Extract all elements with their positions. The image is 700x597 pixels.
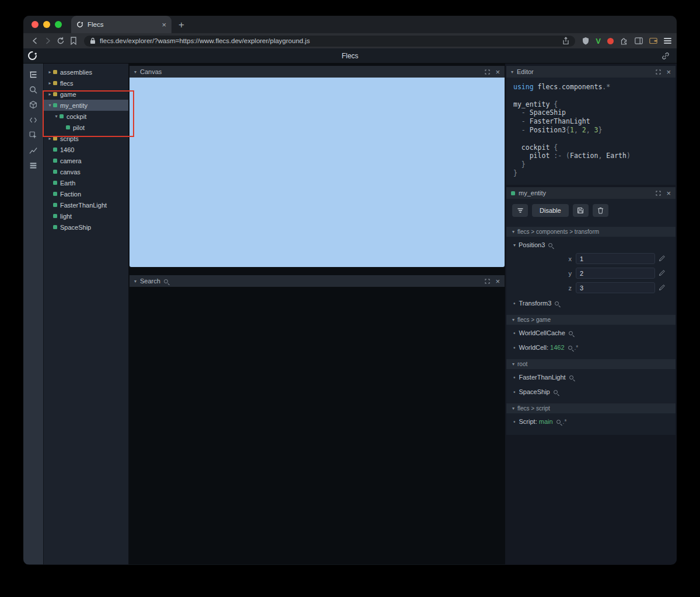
link-icon[interactable] (662, 52, 670, 60)
chevron-down-icon[interactable]: ▾ (511, 69, 513, 75)
tree-item-Faction[interactable]: Faction (44, 188, 128, 199)
tree-item-my_entity[interactable]: ▾my_entity (44, 100, 128, 111)
chevron-right-icon[interactable]: ▸ (47, 92, 53, 97)
v-extension-icon[interactable]: V (596, 37, 601, 45)
pencil-icon[interactable] (659, 255, 665, 262)
code-icon[interactable] (28, 115, 38, 125)
chevron-right-icon[interactable]: ▸ (47, 136, 53, 141)
chart-icon[interactable] (28, 145, 38, 156)
back-button[interactable] (29, 34, 41, 47)
bookmark-icon[interactable] (67, 34, 80, 47)
close-window-button[interactable] (32, 21, 38, 28)
expand-panel-icon[interactable] (656, 191, 661, 196)
tree-item-pilot[interactable]: pilot (44, 122, 128, 133)
new-tab-button[interactable]: + (178, 20, 184, 30)
close-panel-icon[interactable]: × (495, 278, 500, 285)
package-icon[interactable] (28, 100, 38, 110)
lock-icon (90, 37, 96, 44)
canvas-viewport[interactable] (130, 78, 505, 267)
reload-button[interactable] (54, 34, 67, 47)
inspect-icon[interactable] (28, 130, 38, 141)
disable-button[interactable]: Disable (532, 204, 569, 217)
chevron-down-icon[interactable]: ▾ (134, 279, 136, 284)
expand-panel-icon[interactable] (485, 69, 490, 75)
tree-item-label: canvas (60, 168, 80, 175)
component-row-SpaceShip[interactable]: •SpaceShip (506, 385, 676, 398)
chevron-right-icon[interactable]: ▸ (47, 69, 53, 75)
zoom-window-button[interactable] (55, 21, 62, 28)
tree-item-cockpit[interactable]: ▾cockpit (44, 111, 128, 122)
pencil-icon[interactable] (659, 270, 665, 276)
search-icon (556, 420, 561, 424)
list-icon[interactable] (28, 160, 38, 171)
tree-item-Earth[interactable]: Earth (44, 177, 128, 188)
puzzle-icon[interactable] (620, 37, 628, 45)
expand-panel-icon[interactable] (485, 279, 490, 284)
search-panel-header: ▾ Search × (130, 275, 505, 287)
tree-item-camera[interactable]: camera (44, 155, 128, 166)
forward-button[interactable] (41, 34, 54, 47)
component-row-WorldCellCache[interactable]: •WorldCellCache (506, 326, 676, 339)
component-row-WorldCell[interactable]: •WorldCell: 1462.* (506, 341, 676, 354)
tree-item-assemblies[interactable]: ▸assemblies (44, 66, 128, 78)
position3-z-input[interactable] (576, 282, 655, 293)
tree-item-label: 1460 (60, 146, 74, 153)
expand-panel-icon[interactable] (656, 69, 661, 75)
editor-panel-header: ▾ Editor × (506, 66, 676, 78)
search-icon[interactable] (28, 85, 38, 95)
position3-y-input[interactable] (576, 268, 655, 279)
filter-button[interactable] (512, 204, 528, 217)
browser-tab[interactable]: Flecs × (71, 16, 172, 33)
shield-icon[interactable] (579, 34, 592, 47)
code-line: cockpit { (513, 143, 668, 152)
component-row-Script[interactable]: •Script: main.* (506, 415, 676, 428)
extension-icons: V (596, 37, 671, 45)
tree-item-canvas[interactable]: canvas (44, 166, 128, 177)
component-row-Transform3[interactable]: •Transform3 (506, 297, 676, 310)
menu-icon[interactable] (664, 38, 671, 44)
tree-item-FasterThanLight[interactable]: FasterThanLight (44, 199, 128, 210)
chevron-down-icon: ▾ (513, 243, 516, 248)
tree-icon[interactable] (28, 69, 38, 80)
entity-square-icon (53, 192, 57, 196)
save-button[interactable] (573, 204, 589, 217)
tree-item-game[interactable]: ▸game (44, 89, 128, 100)
tree-item-flecs[interactable]: ▸flecs (44, 78, 128, 89)
entity-square-icon (53, 159, 57, 163)
entity-square-icon (60, 114, 64, 118)
inspector-section-header[interactable]: ▾flecs > script (506, 403, 676, 413)
tree-item-SpaceShip[interactable]: SpaceShip (44, 222, 128, 233)
chevron-down-icon[interactable]: ▾ (47, 103, 53, 108)
position3-x-input[interactable] (576, 253, 655, 264)
close-panel-icon[interactable]: × (666, 189, 671, 197)
field-label: x (506, 255, 572, 262)
code-editor[interactable]: using flecs.components.* my_entity { - S… (506, 78, 676, 185)
component-label: SpaceShip (519, 388, 550, 395)
sidebar-toggle-icon[interactable] (635, 37, 643, 44)
tree-item-light[interactable]: light (44, 210, 128, 222)
red-extension-icon[interactable] (607, 38, 614, 44)
minimize-window-button[interactable] (43, 21, 50, 28)
component-row-Position3[interactable]: ▾Position3 (506, 238, 676, 251)
inspector-section-header[interactable]: ▾flecs > game (506, 315, 676, 325)
search-icon (568, 346, 572, 350)
delete-button[interactable] (593, 204, 608, 217)
close-panel-icon[interactable]: × (666, 68, 671, 76)
entity-square-icon (53, 225, 57, 229)
chevron-down-icon[interactable]: ▾ (53, 114, 60, 119)
chevron-right-icon[interactable]: ▸ (47, 80, 53, 86)
tree-item-1460[interactable]: 1460 (44, 144, 128, 155)
close-tab-icon[interactable]: × (162, 21, 166, 29)
code-line: using flecs.components.* (513, 83, 668, 92)
chevron-down-icon[interactable]: ▾ (134, 69, 136, 75)
pencil-icon[interactable] (659, 285, 665, 291)
component-row-FasterThanLight[interactable]: •FasterThanLight (506, 371, 676, 384)
inspector-section-header[interactable]: ▾root (506, 359, 676, 369)
wallet-icon[interactable] (649, 37, 657, 44)
address-bar[interactable]: flecs.dev/explorer/?wasm=https://www.fle… (84, 36, 575, 47)
tab-strip: Flecs × + (23, 16, 677, 33)
close-panel-icon[interactable]: × (495, 68, 500, 76)
tree-item-scripts[interactable]: ▸scripts (44, 133, 128, 144)
inspector-section-header[interactable]: ▾flecs > components > transform (506, 227, 676, 237)
share-icon[interactable] (562, 37, 569, 45)
